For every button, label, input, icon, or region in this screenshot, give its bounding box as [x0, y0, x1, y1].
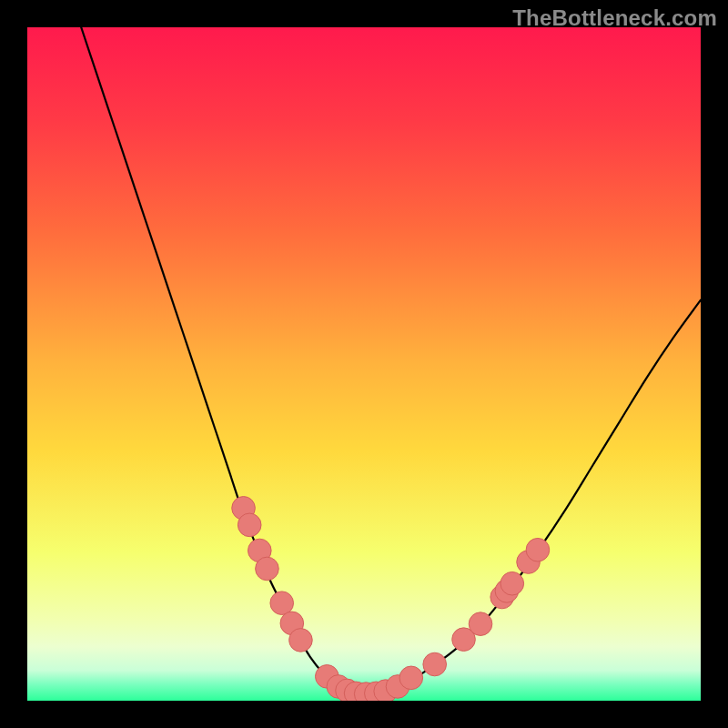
data-marker — [270, 592, 294, 615]
data-marker — [526, 538, 550, 561]
chart-frame: TheBottleneck.com — [0, 0, 728, 728]
data-marker — [500, 571, 524, 595]
gradient-background — [27, 27, 701, 701]
data-marker — [399, 666, 423, 690]
data-marker — [469, 612, 492, 636]
data-marker — [289, 629, 313, 652]
plot-area — [27, 27, 701, 701]
data-marker — [238, 513, 261, 537]
data-marker — [256, 557, 279, 581]
bottleneck-chart — [27, 27, 701, 701]
data-marker — [423, 652, 447, 676]
